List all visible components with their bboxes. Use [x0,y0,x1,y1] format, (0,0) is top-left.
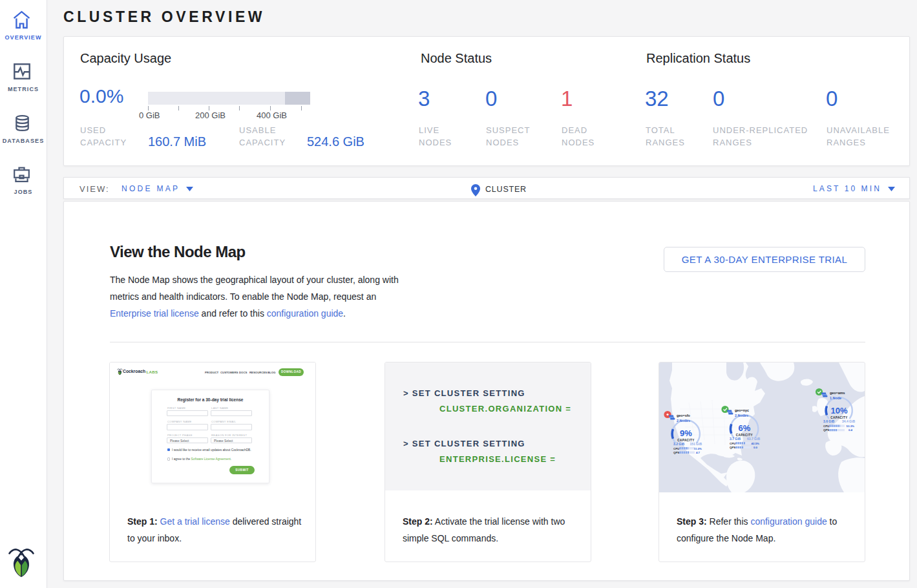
svg-text:2 Nodes: 2 Nodes [735,414,748,417]
svg-text:QPS: QPS [823,428,829,432]
svg-text:42.5%: 42.5% [752,442,760,445]
svg-text:CPU: CPU [673,447,679,450]
svg-text:151 GiB: 151 GiB [690,442,702,446]
svg-text:4.7: 4.7 [696,451,701,454]
svg-text:1 Node: 1 Node [830,396,841,400]
svg-text:2 Nodes: 2 Nodes [677,419,690,423]
svg-text:11.0%: 11.0% [694,447,702,450]
svg-text:3.6 GiB: 3.6 GiB [823,419,835,423]
svg-text:0.4: 0.4 [848,428,853,432]
svg-text:0.0: 0.0 [754,446,758,449]
svg-text:QPS: QPS [673,451,679,454]
svg-text:63.7 GiB: 63.7 GiB [747,437,760,441]
svg-text:34.4 GiB: 34.4 GiB [842,419,855,423]
svg-text:3.2 GiB: 3.2 GiB [673,442,685,446]
svg-text:9%: 9% [680,428,692,438]
svg-text:53.3%: 53.3% [847,425,855,428]
svg-text:geo=sfo: geo=sfo [677,414,691,417]
svg-text:6%: 6% [739,423,751,433]
svg-text:CPU: CPU [730,442,735,445]
svg-text:CPU: CPU [823,425,829,428]
svg-text:geo=ams: geo=ams [830,391,845,395]
svg-text:3.7 GiB: 3.7 GiB [730,437,741,441]
svg-text:geo=nyc: geo=nyc [735,408,749,412]
svg-text:QPS: QPS [730,446,735,449]
svg-text:10%: 10% [830,406,847,415]
